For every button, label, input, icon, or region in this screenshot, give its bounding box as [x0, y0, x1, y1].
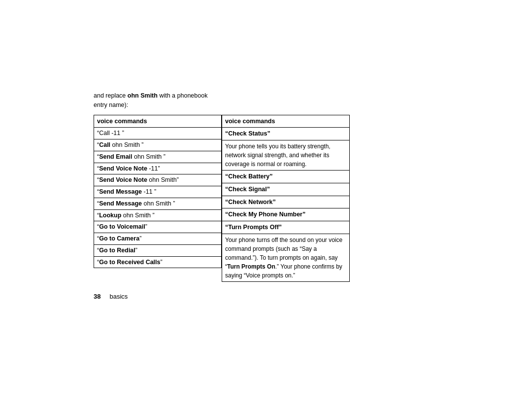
table-row: Your phone tells you its battery strengt… — [222, 140, 350, 171]
intro-line3: entry name): — [94, 102, 128, 108]
cmd-cell: “Go to Voicemail” — [94, 221, 222, 233]
tables-row: voice commands “Call -11 ” “Call ohn Smi… — [94, 115, 438, 282]
cmd-after: ohn Smith ” — [121, 212, 154, 219]
right-cmd-bold: “Check My Phone Number” — [222, 208, 350, 221]
cmd-after: ” — [145, 223, 147, 230]
cmd-bold: Go to Redial — [99, 247, 135, 254]
table-row: “Send Email ohn Smith ” — [94, 151, 222, 163]
right-cmd-bold: “Check Signal” — [222, 183, 350, 196]
cmd-after: ” — [139, 235, 141, 242]
cmd-bold: Send Message — [99, 188, 142, 195]
cmd-bold: Call — [99, 141, 110, 148]
right-desc: Your phone tells you its battery strengt… — [222, 140, 350, 171]
table-row: “Send Message -11 ” — [94, 186, 222, 198]
cmd-cell: “Send Voice Note ohn Smith” — [94, 174, 222, 186]
table-row: “Send Message ohn Smith ” — [94, 198, 222, 209]
intro-text: and replace ohn Smith with a phonebook e… — [94, 91, 207, 110]
cmd-after: -11” — [147, 165, 160, 172]
table-row: Your phone turns off the sound on your v… — [222, 234, 350, 281]
cmd-bold: Send Email — [99, 153, 132, 160]
cmd-cell: “Send Voice Note -11” — [94, 163, 222, 174]
table-row: “Go to Redial” — [94, 244, 222, 256]
cmd-after: ” — [161, 259, 163, 266]
cmd-after: -11 ” — [142, 188, 156, 195]
cmd-cell: “Go to Received Calls” — [94, 256, 222, 268]
cmd-cell: “Call -11 ” — [94, 128, 222, 139]
cmd-cell: “Send Message -11 ” — [94, 186, 222, 198]
table-row: “Check Network” — [222, 196, 350, 208]
page-footer: 38 basics — [94, 293, 438, 300]
cmd-cell: “Go to Camera” — [94, 233, 222, 245]
cmd-bold: Go to Voicemail — [99, 223, 145, 230]
table-row: “Lookup ohn Smith ” — [94, 209, 222, 221]
cmd-after: ohn Smith ” — [133, 153, 166, 160]
intro-line2: with a phonebook — [158, 92, 207, 99]
cmd-after: ohn Smith” — [147, 176, 179, 183]
table-row: “Call -11 ” — [94, 128, 222, 139]
right-table: voice commands “Check Status” Your phone… — [222, 115, 350, 282]
table-row: “Send Voice Note ohn Smith” — [94, 174, 222, 186]
cmd-bold: Lookup — [99, 212, 121, 219]
table-row: “Check Battery” — [222, 171, 350, 183]
cmd-cell: “Call ohn Smith ” — [94, 139, 222, 151]
intro-line1: and replace — [94, 92, 128, 99]
table-row: “Go to Camera” — [94, 233, 222, 245]
cmd-bold: Send Message — [99, 200, 142, 207]
right-table-header: voice commands — [222, 115, 350, 128]
page-container: and replace ohn Smith with a phonebook e… — [0, 0, 532, 411]
cmd-after: ohn Smith ” — [110, 141, 143, 148]
cmd-bold: Send Voice Note — [99, 176, 147, 183]
right-cmd-bold: “Check Status” — [222, 128, 350, 140]
table-row: “Send Voice Note -11” — [94, 163, 222, 174]
left-table-header-row: voice commands — [94, 115, 222, 128]
cmd-cell: “Lookup ohn Smith ” — [94, 209, 222, 221]
right-cmd-bold: “Check Battery” — [222, 171, 350, 183]
cmd-cell: “Go to Redial” — [94, 244, 222, 256]
cmd-after: ” — [135, 247, 137, 254]
table-row: “Turn Prompts Off” — [222, 221, 350, 234]
right-cmd-bold: “Turn Prompts Off” — [222, 221, 350, 234]
left-table: voice commands “Call -11 ” “Call ohn Smi… — [94, 115, 222, 269]
cmd-after: ohn Smith ” — [142, 200, 175, 207]
table-row: “Check Status” — [222, 128, 350, 140]
table-row: “Check My Phone Number” — [222, 208, 350, 221]
page-number: 38 — [94, 293, 100, 300]
cmd-bold: Go to Camera — [99, 235, 139, 242]
table-row: “Check Signal” — [222, 183, 350, 196]
table-row: “Call ohn Smith ” — [94, 139, 222, 151]
table-row: “Go to Voicemail” — [94, 221, 222, 233]
table-row: “Go to Received Calls” — [94, 256, 222, 268]
intro-bold: ohn Smith — [128, 92, 158, 99]
cmd-cell: “Send Email ohn Smith ” — [94, 151, 222, 163]
cmd-after: -11 ” — [110, 130, 124, 137]
cmd-bold: Send Voice Note — [99, 165, 147, 172]
right-table-header-row: voice commands — [222, 115, 350, 128]
cmd-normal: “Call — [97, 130, 110, 137]
right-desc-2: Your phone turns off the sound on your v… — [222, 234, 350, 281]
right-cmd-bold: “Check Network” — [222, 196, 350, 208]
content-area: and replace ohn Smith with a phonebook e… — [94, 91, 438, 300]
page-label: basics — [109, 293, 128, 300]
cmd-bold: Go to Received Calls — [99, 259, 160, 266]
left-table-header: voice commands — [94, 115, 222, 128]
cmd-cell: “Send Message ohn Smith ” — [94, 198, 222, 209]
